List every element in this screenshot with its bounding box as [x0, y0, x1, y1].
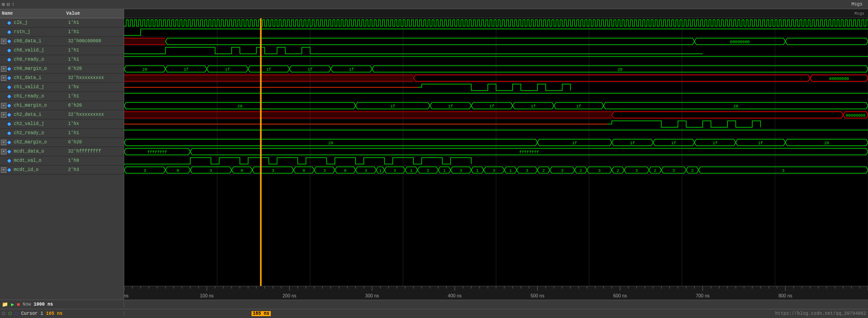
expand-btn[interactable]: +: [1, 75, 6, 81]
signal-value: 1'hx: [67, 85, 124, 90]
now-value: 1000 ns: [34, 302, 53, 307]
signal-name: ch2_margin_o: [13, 140, 67, 145]
signal-row[interactable]: ch0_valid_j 1'h1: [0, 46, 124, 55]
expand-btn[interactable]: +: [1, 167, 6, 173]
bottom-status-bar: 📁 ▶ ■ Now 1000 ns: [0, 300, 868, 309]
signal-name: clk_j: [13, 20, 67, 25]
svg-marker-0: [7, 21, 11, 25]
signal-row[interactable]: ch0_ready_o 1'h1: [0, 55, 124, 64]
signal-row[interactable]: mcdt_val_o 1'h0: [0, 156, 124, 165]
signal-value: 32'hxxxxxxxxx: [67, 112, 124, 117]
signal-row[interactable]: + ch1_margin_o 6'h20: [0, 101, 124, 110]
signal-type-icon: [6, 140, 13, 145]
signal-name: ch1_margin_o: [13, 103, 67, 108]
signal-row[interactable]: clk_j 1'h1: [0, 18, 124, 28]
watermark-text: https://blog.csdn.net/qq_39794062: [775, 311, 866, 316]
cursor-left: ⬡ ⬡ ⬡ Cursor 1 165 ns: [0, 311, 124, 316]
wave-content[interactable]: [124, 18, 868, 286]
signal-value: 1'h1: [67, 131, 124, 136]
expand-btn[interactable]: +: [1, 66, 6, 72]
signal-row[interactable]: + ch2_margin_o 6'h20: [0, 138, 124, 147]
msgs-label: Msgs: [851, 2, 862, 7]
signal-row[interactable]: + ch2_data_i 32'hxxxxxxxxx: [0, 110, 124, 119]
cursor-icon-3: ⬡: [15, 311, 18, 316]
svg-marker-13: [7, 140, 11, 145]
svg-marker-14: [7, 149, 11, 154]
signal-value: 6'h20: [67, 66, 124, 71]
signal-row[interactable]: + mcdt_data_o 32'hffffffff: [0, 147, 124, 156]
signal-name: ch1_valid_j: [13, 85, 67, 90]
signal-value: 6'h20: [67, 140, 124, 145]
signal-type-icon: [6, 167, 13, 173]
signal-value: 1'h1: [67, 29, 124, 34]
signal-value: 6'h20: [67, 103, 124, 108]
run-icon[interactable]: ▶: [11, 301, 14, 307]
signal-name: mcdt_val_o: [13, 158, 67, 163]
signal-row[interactable]: + mcdt_id_o 2'h3: [0, 165, 124, 175]
signal-row[interactable]: + ch1_data_i 32'hxxxxxxxxx: [0, 74, 124, 83]
signal-name: ch1_data_i: [13, 75, 67, 80]
signal-type-icon: [6, 94, 13, 99]
name-col-header: Name: [0, 10, 64, 17]
signal-row[interactable]: ch2_ready_o 1'h1: [0, 129, 124, 138]
signal-type-icon: [6, 131, 13, 136]
signal-name: ch0_ready_o: [13, 57, 67, 62]
svg-marker-8: [7, 94, 11, 99]
cursor-value: 165 ns: [46, 311, 63, 316]
svg-marker-2: [7, 39, 11, 44]
svg-marker-10: [7, 113, 11, 117]
bottom-left: 📁 ▶ ■ Now 1000 ns: [0, 301, 124, 307]
svg-marker-7: [7, 85, 11, 90]
signal-type-icon: [6, 121, 13, 127]
signal-value: 1'h1: [67, 94, 124, 99]
svg-marker-15: [7, 159, 11, 163]
signal-type-icon: [6, 29, 13, 35]
toolbar-icon-1[interactable]: ⊞: [2, 1, 5, 7]
signal-name: rstn_j: [13, 29, 67, 34]
waveform-area: Name Value clk_j 1'h1 rstn_j 1'h1 + ch0_…: [0, 9, 868, 300]
wave-header: Msgs: [124, 9, 868, 18]
signal-row[interactable]: ch2_valid_j 1'hx: [0, 119, 124, 129]
toolbar-icon-3[interactable]: ↕: [11, 1, 15, 7]
svg-marker-5: [7, 67, 11, 71]
toolbar-icon-2[interactable]: ⊟: [7, 1, 10, 7]
wave-panel: Msgs: [124, 9, 868, 300]
cursor-icon-2: ⬡: [8, 311, 12, 316]
expand-btn[interactable]: +: [1, 149, 6, 154]
signal-type-icon: [6, 57, 13, 62]
signal-value: 32'hffffffff: [67, 149, 124, 154]
expand-btn[interactable]: +: [1, 112, 6, 118]
signal-value: 1'h0: [67, 158, 124, 163]
signal-name: ch2_data_i: [13, 112, 67, 117]
signal-row[interactable]: ch1_ready_o 1'h1: [0, 92, 124, 101]
signal-type-icon: [6, 48, 13, 53]
now-label: Now: [23, 302, 31, 307]
svg-marker-9: [7, 103, 11, 108]
signal-row[interactable]: + ch0_margin_o 6'h20: [0, 64, 124, 74]
expand-btn[interactable]: +: [1, 39, 6, 44]
main-container: ⊞ ⊟ ↕ Msgs Name Value clk_j 1'h1 rstn_j …: [0, 0, 868, 318]
signal-row[interactable]: + ch0_data_i 32'h00c00000: [0, 37, 124, 46]
signal-type-icon: [6, 66, 13, 72]
svg-marker-12: [7, 131, 11, 136]
signal-header: Name Value: [0, 9, 124, 18]
expand-btn[interactable]: +: [1, 140, 6, 145]
svg-marker-1: [7, 30, 11, 34]
svg-marker-11: [7, 122, 11, 126]
signal-type-icon: [6, 112, 13, 118]
signal-name: ch2_valid_j: [13, 121, 67, 126]
stop-icon[interactable]: ■: [17, 302, 20, 307]
signal-name: ch2_ready_o: [13, 131, 67, 136]
cursor-time-label: 165 ns: [251, 311, 271, 316]
signal-rows: clk_j 1'h1 rstn_j 1'h1 + ch0_data_i 32'h…: [0, 18, 124, 300]
svg-marker-6: [7, 76, 11, 80]
signal-name: ch0_margin_o: [13, 66, 67, 71]
signal-type-icon: [6, 75, 13, 81]
signal-row[interactable]: ch1_valid_j 1'hx: [0, 83, 124, 92]
expand-btn[interactable]: +: [1, 103, 6, 108]
signal-panel: Name Value clk_j 1'h1 rstn_j 1'h1 + ch0_…: [0, 9, 124, 300]
signal-row[interactable]: rstn_j 1'h1: [0, 28, 124, 37]
folder-icon[interactable]: 📁: [2, 301, 8, 307]
timeline-area: [124, 286, 868, 300]
signal-type-icon: [6, 158, 13, 164]
